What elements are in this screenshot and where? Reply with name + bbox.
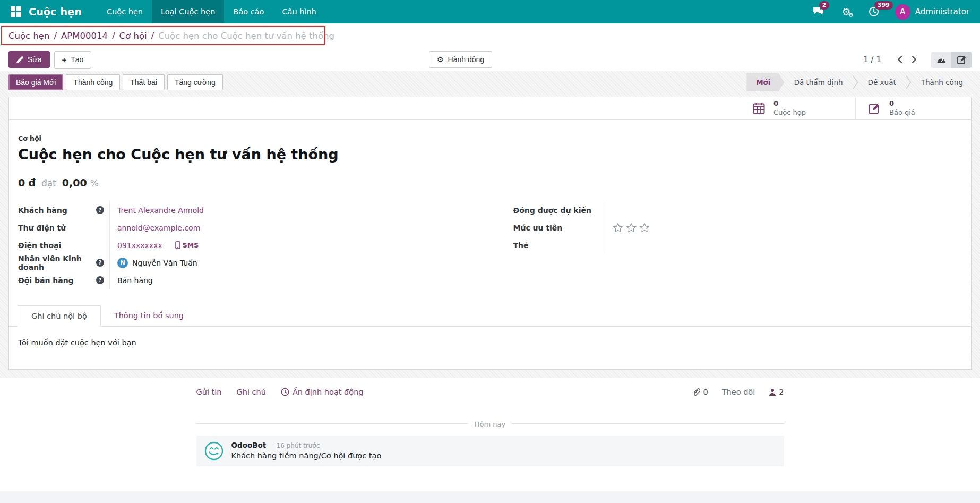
record-type-label: Cơ hội xyxy=(18,134,960,142)
expected-closing-value[interactable] xyxy=(605,201,940,219)
expected-revenue-row: 0 đ đạt 0,00 % xyxy=(18,177,960,189)
message-author: OdooBot xyxy=(231,441,267,449)
edit-button[interactable]: Sửa xyxy=(8,51,50,68)
stage-chevron-icon xyxy=(853,75,858,90)
breadcrumb: Cuộc hẹn / APM00014 / Cơ hội / Cuộc hẹn … xyxy=(0,23,980,48)
field-priority: Mức ưu tiên xyxy=(513,219,940,236)
sales-team-link[interactable]: Bán hàng xyxy=(117,276,153,285)
salesperson-avatar: N xyxy=(117,258,128,268)
odoobot-avatar xyxy=(204,441,224,461)
priority-star-icon[interactable] xyxy=(626,223,637,233)
salesperson-link[interactable]: Nguyễn Văn Tuấn xyxy=(132,259,197,267)
tab-extra-info[interactable]: Thông tin bổ sung xyxy=(101,305,197,327)
tags-value[interactable] xyxy=(605,236,940,254)
followers-button[interactable]: 2 xyxy=(769,388,784,396)
schedule-activity-button[interactable]: Ấn định hoạt động xyxy=(281,388,364,396)
question-circle-icon: ? xyxy=(96,276,104,284)
view-switcher xyxy=(931,52,972,68)
activities-badge: 399 xyxy=(874,1,893,10)
send-message-button[interactable]: Gửi tin xyxy=(196,388,222,396)
attachments-button[interactable]: 0 xyxy=(692,388,708,396)
action-menu-button[interactable]: ⚙ Hành động xyxy=(429,51,492,68)
meetings-stat-button[interactable]: 0 Cuộc họp xyxy=(740,97,855,119)
user-menu[interactable]: A Administrator xyxy=(895,4,969,20)
footer-band xyxy=(0,491,980,503)
breadcrumb-link-record[interactable]: APM00014 xyxy=(61,31,108,41)
chatter-topbar: Gửi tin Ghi chú Ấn định hoạt động 0 Theo… xyxy=(196,382,784,402)
breadcrumb-link-root[interactable]: Cuộc hẹn xyxy=(8,31,49,41)
mobile-icon xyxy=(175,241,180,249)
customer-link[interactable]: Trent Alexandre Annold xyxy=(117,206,204,215)
nav-item-cau-hinh[interactable]: Cấu hình xyxy=(273,0,325,23)
message-body: Khách hàng tiềm năng/Cơ hội được tạo xyxy=(231,451,382,460)
right-field-group: Đóng được dự kiến Mức ưu tiên xyxy=(513,201,940,289)
left-field-group: Khách hàng? Trent Alexandre Annold Thư đ… xyxy=(18,201,444,289)
plus-icon: + xyxy=(62,55,67,64)
question-circle-icon: ? xyxy=(96,206,104,214)
sms-button[interactable]: SMS xyxy=(175,241,199,249)
field-customer: Khách hàng? Trent Alexandre Annold xyxy=(18,201,444,219)
settings-gears-icon[interactable]: ⚙ ⚙ xyxy=(840,5,853,18)
date-divider-label: Hôm nay xyxy=(468,420,512,428)
nav-item-loai-cuoc-hen[interactable]: Loại Cuộc hẹn xyxy=(152,0,224,23)
activities-clock-icon[interactable]: 399 xyxy=(867,5,880,18)
breadcrumb-link-opportunity[interactable]: Cơ hội xyxy=(119,31,147,41)
page-title: Cuộc hẹn cho Cuộc hẹn tư vấn hệ thống xyxy=(18,146,960,163)
gear-icon: ⚙ xyxy=(437,55,444,64)
activity-clock-icon xyxy=(281,388,289,396)
message-timestamp: - 16 phút trước xyxy=(272,442,320,449)
quotations-count: 0 xyxy=(889,99,915,108)
status-button-that-bai[interactable]: Thất bại xyxy=(123,74,165,90)
status-row: Báo giá Mới Thành công Thất bại Tăng cườ… xyxy=(0,71,980,97)
chatter-message: OdooBot - 16 phút trước Khách hàng tiềm … xyxy=(196,436,784,466)
pager: 1 / 1 xyxy=(863,52,972,68)
follow-button[interactable]: Theo dõi xyxy=(722,388,755,396)
stage-de-xuat[interactable]: Đề xuất xyxy=(858,73,906,91)
tab-internal-notes[interactable]: Ghi chú nội bộ xyxy=(18,305,101,327)
priority-star-icon[interactable] xyxy=(613,223,623,233)
nav-item-cuoc-hen[interactable]: Cuộc hẹn xyxy=(98,0,152,23)
stage-moi[interactable]: Mới xyxy=(746,73,784,91)
internal-note-content: Tôi muốn đặt cuộc hẹn với bạn xyxy=(9,327,971,359)
paperclip-icon xyxy=(692,388,700,396)
quotations-label: Báo giá xyxy=(889,108,915,117)
followers-count: 2 xyxy=(779,388,784,396)
nav-item-bao-cao[interactable]: Báo cáo xyxy=(224,0,273,23)
status-button-tang-cuong[interactable]: Tăng cường xyxy=(167,74,223,90)
apps-menu-icon[interactable] xyxy=(11,6,21,17)
pager-next-icon[interactable] xyxy=(907,53,921,66)
app-name[interactable]: Cuộc hẹn xyxy=(29,6,82,18)
revenue-amount: 0 xyxy=(18,177,25,189)
quotations-stat-button[interactable]: 0 Báo giá xyxy=(855,97,971,119)
phone-link[interactable]: 091xxxxxxx xyxy=(117,241,162,250)
field-phone: Điện thoại 091xxxxxxx SMS xyxy=(18,236,444,254)
probability-value: 0,00 xyxy=(62,177,87,189)
status-button-bao-gia-moi[interactable]: Báo giá Mới xyxy=(8,74,63,90)
systray: 2 ⚙ ⚙ 399 A Administrator xyxy=(812,4,973,20)
field-email: Thư điện tử annold@example.com xyxy=(18,219,444,236)
field-sales-team: Đội bán hàng? Bán hàng xyxy=(18,271,444,289)
percent-sign: % xyxy=(90,178,99,189)
email-link[interactable]: annold@example.com xyxy=(117,224,200,232)
form-view: Báo giá Mới Thành công Thất bại Tăng cườ… xyxy=(0,71,980,503)
title-block: Cơ hội Cuộc hẹn cho Cuộc hẹn tư vấn hệ t… xyxy=(9,120,971,189)
field-groups: Khách hàng? Trent Alexandre Annold Thư đ… xyxy=(9,189,971,289)
pager-previous-icon[interactable] xyxy=(893,53,907,66)
notebook-tabs: Ghi chú nội bộ Thông tin bổ sung xyxy=(9,305,971,327)
messages-icon[interactable]: 2 xyxy=(812,5,825,18)
followers-person-icon xyxy=(769,388,776,396)
calendar-icon xyxy=(753,102,765,114)
user-name: Administrator xyxy=(915,7,969,16)
meetings-count: 0 xyxy=(773,99,806,108)
status-button-thanh-cong[interactable]: Thành công xyxy=(66,74,120,90)
form-view-icon[interactable] xyxy=(951,52,972,68)
stage-pipeline: Mới Đã thẩm định Đề xuất Thành công xyxy=(746,73,973,91)
dashboard-view-icon[interactable] xyxy=(931,52,951,68)
control-panel: Cuộc hẹn / APM00014 / Cơ hội / Cuộc hẹn … xyxy=(0,23,980,71)
log-note-button[interactable]: Ghi chú xyxy=(236,388,265,396)
stage-da-tham-dinh[interactable]: Đã thẩm định xyxy=(785,73,853,91)
stage-thanh-cong[interactable]: Thành công xyxy=(912,73,973,91)
priority-star-icon[interactable] xyxy=(639,223,650,233)
top-navbar: Cuộc hẹn Cuộc hẹn Loại Cuộc hẹn Báo cáo … xyxy=(0,0,980,23)
create-button[interactable]: + Tạo xyxy=(54,51,92,69)
